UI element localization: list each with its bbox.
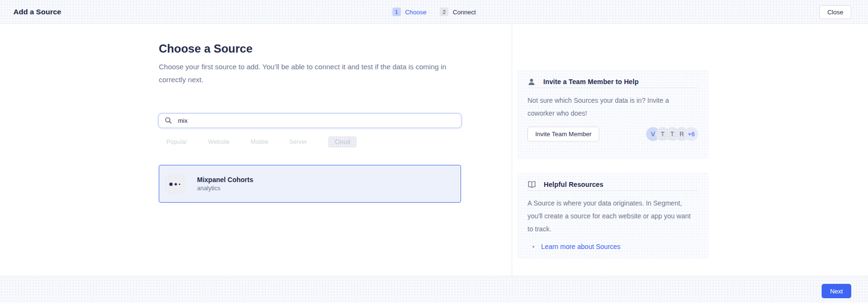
step-choose-number: 1 [392,8,401,16]
learn-more-sources-link[interactable]: Learn more about Sources [541,243,621,250]
source-result-mixpanel-cohorts[interactable]: Mixpanel Cohorts analytics [159,165,461,203]
helpful-resources-card: Helpful Resources A Source is where your… [517,173,708,259]
resources-card-title: Helpful Resources [544,181,604,188]
resources-card-body: A Source is where your data originates. … [527,197,696,236]
book-icon [527,181,536,188]
tab-popular[interactable]: Popular [166,136,187,148]
bullet-icon: • [532,243,535,250]
search-icon [165,117,172,124]
team-avatars[interactable]: VTTR+6 [646,127,698,141]
modal-header: Add a Source 1 Choose 2 Connect Close [0,0,868,24]
main-heading: Choose a Source [159,42,253,55]
resource-link-item: •Learn more about Sources [532,243,698,250]
tab-website[interactable]: Website [208,136,230,148]
invite-team-card: Invite a Team Member to Help Not sure wh… [517,70,708,159]
close-button[interactable]: Close [819,5,851,19]
step-connect-number: 2 [440,8,449,16]
wizard-stepper: 1 Choose 2 Connect [392,0,476,24]
invite-card-title: Invite a Team Member to Help [543,78,638,86]
next-button[interactable]: Next [822,284,851,298]
step-choose-label: Choose [405,9,427,16]
source-category: analytics [197,185,253,192]
person-icon [527,78,536,86]
tab-mobile[interactable]: Mobile [251,136,268,148]
mixpanel-logo-icon [165,174,186,194]
invite-card-body: Not sure which Sources your data is in? … [527,94,696,120]
invite-card-rule [527,87,698,88]
avatar[interactable]: +6 [684,127,698,141]
source-name: Mixpanel Cohorts [197,176,253,184]
source-search [158,113,461,128]
invite-row: Invite Team Member VTTR+6 [527,127,698,141]
step-choose[interactable]: 1 Choose [392,8,427,16]
sidebar-divider [512,24,512,276]
source-result-text: Mixpanel Cohorts analytics [197,176,253,192]
modal-footer: Next [0,276,868,303]
step-connect-label: Connect [453,9,476,16]
resources-card-header: Helpful Resources [527,173,698,190]
main-description: Choose your first source to add. You’ll … [159,60,455,86]
tab-cloud[interactable]: Cloud [328,136,357,148]
add-source-modal: Add a Source 1 Choose 2 Connect Close Ch… [0,0,868,303]
tab-server[interactable]: Server [289,136,307,148]
invite-card-header: Invite a Team Member to Help [527,70,698,87]
page-title: Add a Source [13,0,61,24]
search-input[interactable] [158,113,461,128]
invite-team-member-button[interactable]: Invite Team Member [527,127,599,141]
resources-card-rule [527,190,698,191]
step-connect[interactable]: 2 Connect [440,8,476,16]
category-tabs: PopularWebsiteMobileServerCloud [166,135,357,148]
resources-link-list: •Learn more about Sources [527,243,698,250]
